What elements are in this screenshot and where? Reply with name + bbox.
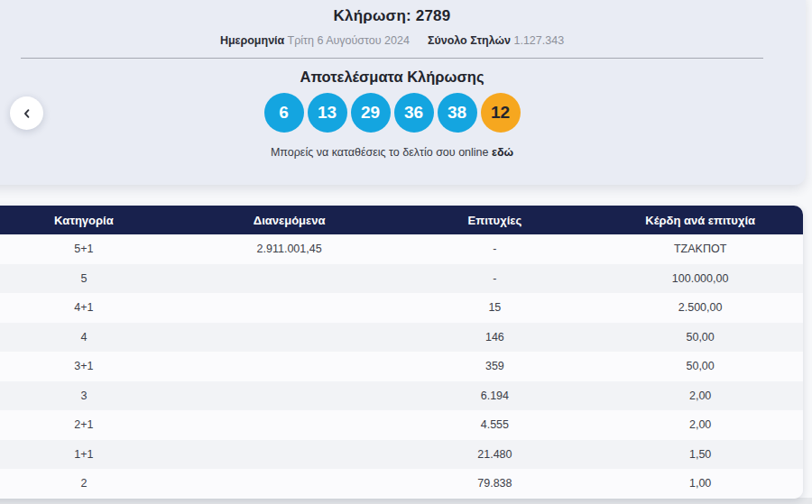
number-ball: 38	[438, 93, 477, 133]
table-cell: 21.480	[392, 448, 598, 461]
number-ball: 36	[394, 93, 434, 133]
date-value: Τρίτη 6 Αυγούστου 2024	[288, 34, 410, 47]
table-cell: 79.838	[392, 477, 598, 490]
table-cell: 5	[0, 272, 187, 285]
draw-meta: Ημερομηνία Τρίτη 6 Αυγούστου 2024Σύνολο …	[0, 34, 806, 47]
table-cell: 5+1	[0, 243, 187, 255]
chevron-left-icon	[21, 107, 33, 120]
results-title: Αποτελέσματα Κλήρωσης	[0, 69, 806, 86]
table-header-row: Κατηγορία Διανεμόμενα Επιτυχίες Κέρδη αν…	[0, 206, 803, 234]
table-cell: 3+1	[0, 360, 187, 372]
table-cell: 3	[0, 389, 187, 402]
table-cell: -	[392, 243, 598, 255]
deposit-line: Μπορείς να καταθέσεις το δελτίο σου onli…	[0, 146, 806, 159]
total-columns-label: Σύνολο Στηλών	[428, 34, 511, 47]
number-ball: 29	[351, 93, 391, 133]
prev-draw-button[interactable]	[10, 96, 43, 130]
table-row: 1+1 21.480 1,50	[0, 440, 803, 470]
table-row: 3 6.194 2,00	[0, 381, 803, 411]
table-row: 3+1 359 50,00	[0, 352, 803, 381]
table-cell: 2+1	[0, 418, 187, 431]
winning-numbers: 6 13 29 36 38 12	[0, 93, 806, 133]
table-cell: 4.555	[392, 418, 598, 431]
table-cell: -	[392, 272, 598, 285]
table-cell: 6.194	[392, 389, 598, 402]
total-columns: Σύνολο Στηλών 1.127.343	[428, 34, 564, 47]
table-cell: 1,00	[597, 477, 803, 490]
header-cell-winners: Επιτυχίες	[392, 214, 598, 227]
table-cell: 2,00	[597, 418, 803, 431]
header-cell-category: Κατηγορία	[0, 214, 187, 227]
table-cell: 2,00	[597, 389, 803, 402]
table-cell: 15	[392, 301, 598, 314]
table-cell: 100.000,00	[597, 272, 803, 285]
divider	[21, 58, 763, 59]
deposit-link[interactable]: εδώ	[492, 146, 513, 159]
table-row: 5 - 100.000,00	[0, 264, 803, 294]
total-columns-value: 1.127.343	[513, 34, 564, 47]
deposit-text: Μπορείς να καταθέσεις το δελτίο σου onli…	[271, 146, 489, 159]
table-row: 4+1 15 2.500,00	[0, 293, 803, 323]
header-cell-prize: Κέρδη ανά επιτυχία	[597, 214, 803, 227]
table-row: 4 146 50,00	[0, 323, 803, 353]
date-label: Ημερομηνία	[220, 34, 284, 47]
number-ball: 13	[308, 93, 347, 133]
joker-number-ball: 12	[481, 93, 521, 133]
table-cell: 359	[392, 360, 598, 372]
draw-card: Κλήρωση: 2789 Ημερομηνία Τρίτη 6 Αυγούστ…	[0, 0, 806, 185]
table-cell: 50,00	[597, 331, 803, 344]
header-cell-distributed: Διανεμόμενα	[187, 214, 392, 227]
page-background-strip	[0, 498, 812, 504]
table-cell: 2	[0, 477, 187, 490]
table-cell: ΤΖΑΚΠΟΤ	[597, 243, 803, 255]
table-row: 2 79.838 1,00	[0, 469, 803, 499]
results-table: Κατηγορία Διανεμόμενα Επιτυχίες Κέρδη αν…	[0, 206, 803, 499]
table-row: 2+1 4.555 2,00	[0, 410, 803, 440]
table-cell: 1,50	[597, 448, 803, 461]
table-cell: 50,00	[597, 360, 803, 372]
table-cell: 1+1	[0, 448, 187, 461]
table-row: 5+1 2.911.001,45 - ΤΖΑΚΠΟΤ	[0, 234, 803, 264]
table-cell: 2.911.001,45	[187, 243, 392, 255]
number-ball: 6	[264, 93, 304, 133]
table-cell: 4+1	[0, 301, 187, 314]
table-cell: 4	[0, 331, 187, 344]
draw-title: Κλήρωση: 2789	[0, 7, 806, 25]
draw-date: Ημερομηνία Τρίτη 6 Αυγούστου 2024	[220, 34, 410, 47]
table-cell: 146	[392, 331, 598, 344]
table-cell: 2.500,00	[597, 301, 803, 314]
table-body: 5+1 2.911.001,45 - ΤΖΑΚΠΟΤ 5 - 100.000,0…	[0, 234, 803, 499]
